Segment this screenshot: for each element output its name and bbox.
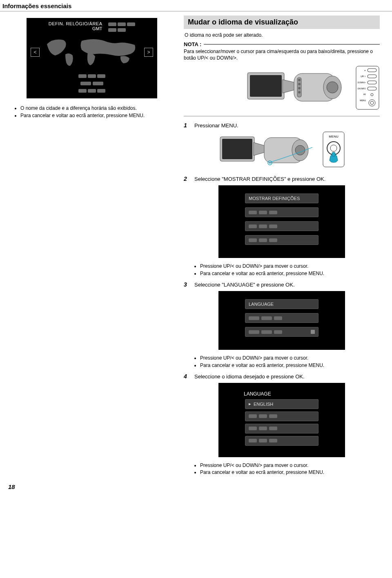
divider xyxy=(204,44,380,44)
right-column: Mudar o idioma de visualização O idioma … xyxy=(184,16,380,478)
step-1: 1 Pressionar MENU. xyxy=(184,122,380,129)
svg-rect-26 xyxy=(222,139,252,159)
menu-option[interactable] xyxy=(245,235,318,245)
svg-rect-17 xyxy=(368,81,376,84)
svg-point-5 xyxy=(327,82,338,93)
step-number: 3 xyxy=(184,281,190,288)
menu-option[interactable] xyxy=(245,313,318,323)
step-4: 4 Seleccione o idioma desejado e pressio… xyxy=(184,373,380,380)
svg-point-10 xyxy=(298,91,301,93)
world-map-icon xyxy=(43,36,141,69)
left-bullet-2: Para cancelar e voltar ao ecrã anterior,… xyxy=(20,112,172,119)
menu-option-label: LANGUAGE xyxy=(249,302,274,307)
menu-option-label: ENGLISH xyxy=(254,402,273,407)
lcd-footer xyxy=(31,73,153,94)
svg-text:▸: ▸ xyxy=(365,69,366,71)
section-header: Mudar o idioma de visualização xyxy=(184,16,380,29)
menu-screenshot-step2: MOSTRAR DEFINIÇÕES xyxy=(218,185,345,258)
svg-point-24 xyxy=(370,101,374,104)
svg-text:OK/INFO: OK/INFO xyxy=(357,87,366,90)
camcorder-illustration xyxy=(246,65,352,110)
svg-point-7 xyxy=(298,79,301,81)
world-map: < > xyxy=(31,34,153,70)
menu-option-selected[interactable]: LANGUAGE xyxy=(245,299,318,309)
menu-option[interactable] xyxy=(245,327,318,337)
camcorder-menu-illustration xyxy=(218,131,321,170)
svg-text:MENU: MENU xyxy=(360,99,366,102)
svg-rect-19 xyxy=(368,87,376,90)
step-number: 1 xyxy=(184,122,190,129)
svg-point-32 xyxy=(269,162,271,164)
step-number: 4 xyxy=(184,373,190,380)
divider xyxy=(184,116,380,116)
menu-title: LANGUAGE xyxy=(218,391,345,399)
menu-option[interactable] xyxy=(245,424,318,434)
step3-bullet-2: Para cancelar e voltar ao ecrã anterior,… xyxy=(200,362,380,369)
step-3: 3 Seleccione "LANGUAGE" e pressione OK. xyxy=(184,281,380,288)
arrow-right-icon[interactable]: > xyxy=(144,48,153,57)
button-panel: ▸ UP/ < DOWN/> OK/INFO AV MENU xyxy=(355,65,380,110)
svg-text:DOWN/>: DOWN/> xyxy=(358,81,366,84)
nota-text: Para seleccionar/mover o cursor para cim… xyxy=(184,48,380,61)
svg-rect-37 xyxy=(332,152,335,156)
svg-point-30 xyxy=(295,145,305,155)
svg-text:UP/ <: UP/ < xyxy=(361,75,366,78)
lcd-title-line2: GMT xyxy=(49,26,102,31)
menu-button-zoom: MENU xyxy=(322,131,345,168)
lcd-clock-area: DEFIN. RELÓGIO/ÁREA GMT < xyxy=(27,18,157,98)
svg-rect-15 xyxy=(368,75,376,78)
step-text: Pressionar MENU. xyxy=(194,122,380,129)
menu-option-selected[interactable]: ▸ ENGLISH xyxy=(245,399,318,409)
lcd-header: DEFIN. RELÓGIO/ÁREA GMT xyxy=(31,21,153,33)
svg-rect-13 xyxy=(368,69,376,72)
page-body: DEFIN. RELÓGIO/ÁREA GMT < xyxy=(0,11,392,478)
nota-label: NOTA : xyxy=(184,41,201,47)
left-bullet-1: O nome da cidade e a diferença horária s… xyxy=(20,105,172,112)
menu-option[interactable] xyxy=(245,207,318,217)
menu-screenshot-step4: LANGUAGE ▸ ENGLISH xyxy=(218,383,345,457)
step3-bullet-1: Pressione UP/< ou DOWN/> para mover o cu… xyxy=(200,355,380,362)
menu-screenshot-step3: LANGUAGE xyxy=(218,291,345,350)
step-text: Seleccione o idioma desejado e pressione… xyxy=(194,373,380,380)
svg-text:MENU: MENU xyxy=(329,135,339,138)
menu-option[interactable] xyxy=(245,436,318,446)
step4-bullet-2: Para cancelar e voltar ao ecrã anterior,… xyxy=(200,469,380,476)
svg-point-21 xyxy=(371,93,373,96)
page-number: 18 xyxy=(8,483,15,490)
lead-text: O idioma no ecrã pode ser alterado. xyxy=(185,32,379,38)
svg-marker-2 xyxy=(283,80,295,93)
svg-point-23 xyxy=(369,100,375,106)
step-number: 2 xyxy=(184,176,190,182)
left-column: DEFIN. RELÓGIO/ÁREA GMT < xyxy=(12,16,172,478)
breadcrumb: Informações essenciais xyxy=(0,0,392,11)
svg-text:AV: AV xyxy=(363,93,366,96)
step-2: 2 Seleccione "MOSTRAR DEFINIÇÕES" e pres… xyxy=(184,176,380,182)
menu-option[interactable] xyxy=(245,221,318,231)
lcd-title-line1: DEFIN. RELÓGIO/ÁREA xyxy=(49,21,102,26)
svg-marker-27 xyxy=(254,142,265,156)
svg-point-8 xyxy=(298,83,301,85)
menu-option[interactable] xyxy=(245,411,318,421)
menu-option-label: MOSTRAR DEFINIÇÕES xyxy=(249,196,300,201)
arrow-left-icon[interactable]: < xyxy=(31,48,40,57)
svg-rect-1 xyxy=(250,75,282,97)
menu-option-selected[interactable]: MOSTRAR DEFINIÇÕES xyxy=(245,193,318,203)
svg-point-9 xyxy=(298,87,301,89)
step2-bullet-1: Pressione UP/< ou DOWN/> para mover o cu… xyxy=(200,263,380,270)
step-text: Seleccione "MOSTRAR DEFINIÇÕES" e pressi… xyxy=(194,176,380,182)
svg-point-36 xyxy=(330,145,337,151)
step2-bullet-2: Para cancelar e voltar ao ecrã anterior,… xyxy=(200,270,380,277)
step4-bullet-1: Pressione UP/< ou DOWN/> para mover o cu… xyxy=(200,462,380,469)
step-text: Seleccione "LANGUAGE" e pressione OK. xyxy=(194,281,380,288)
